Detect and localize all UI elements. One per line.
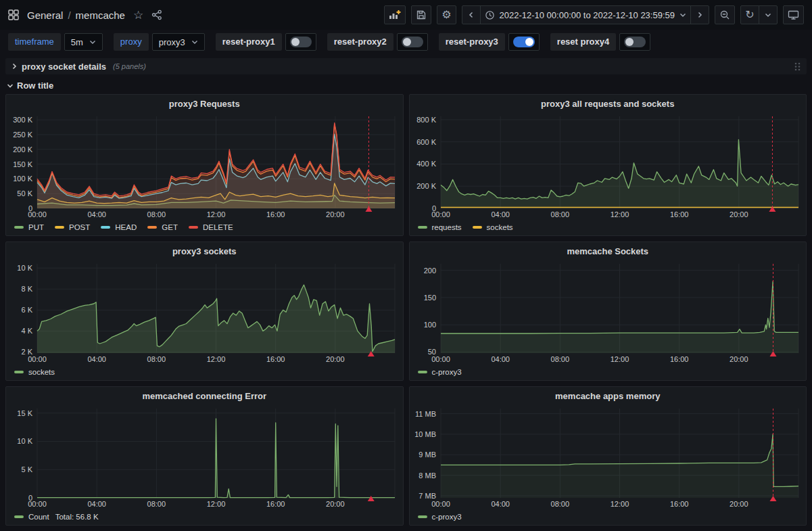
legend-total: Total: 56.8 K [55, 513, 99, 521]
variable-select-proxy[interactable]: proxy3 [152, 33, 205, 51]
panel-title[interactable]: memcache Sockets [410, 242, 807, 260]
x-tick-label: 08:00 [147, 355, 166, 363]
gear-icon: ⚙ [441, 9, 451, 20]
legend: sockets [6, 364, 403, 380]
switch [624, 37, 646, 47]
variable-value: 5m [71, 37, 83, 47]
variable-label-proxy: proxy [114, 33, 149, 51]
graph-canvas[interactable]: 2 K4 K6 K8 K10 K00:0004:0008:0012:0016:0… [6, 260, 403, 364]
legend-item-requests[interactable]: requests [418, 223, 462, 231]
x-tick-label: 04:00 [491, 210, 510, 218]
variable-reset-proxy4: reset proxy4 [550, 33, 650, 51]
legend-item-Count[interactable]: CountTotal: 56.8 K [14, 513, 99, 521]
legend-item-sockets[interactable]: sockets [473, 223, 513, 231]
time-range-button[interactable]: 2022-12-10 00:00:00 to 2022-12-10 23:59:… [480, 5, 692, 24]
toggle-reset-proxy1[interactable] [285, 33, 316, 51]
legend-item-DELETE[interactable]: DELETE [189, 223, 233, 231]
graph-canvas[interactable]: 5010015020000:0004:0008:0012:0016:0020:0… [410, 260, 807, 364]
variable-label: reset proxy4 [550, 33, 616, 51]
refresh-group: ↻ [740, 5, 778, 24]
x-tick-label: 12:00 [610, 355, 629, 363]
cycle-view-mode-button[interactable] [783, 5, 804, 24]
x-tick-label: 00:00 [28, 500, 47, 508]
time-range-text: 2022-12-10 00:00:00 to 2022-12-10 23:59:… [500, 10, 675, 20]
legend-swatch [418, 226, 427, 229]
variable-select-timeframe[interactable]: 5m [64, 33, 103, 51]
breadcrumb-folder[interactable]: General [27, 9, 63, 21]
legend-swatch [101, 226, 110, 229]
graph-canvas[interactable]: 050 K100 K150 K200 K250 K300 K00:0004:00… [6, 112, 403, 219]
graph-canvas[interactable]: 05 K10 K15 K00:0004:0008:0012:0016:0020:… [6, 405, 403, 509]
panel-proxy3-all-requests-and-sockets: proxy3 all requests and sockets 0200 K40… [409, 94, 807, 236]
toggle-reset-proxy3[interactable] [508, 33, 540, 51]
save-dashboard-button[interactable] [411, 5, 431, 24]
panel-title[interactable]: proxy3 Requests [6, 95, 403, 112]
monitor-icon [788, 9, 799, 20]
variable-value: proxy3 [159, 37, 185, 47]
legend-item-sockets[interactable]: sockets [14, 368, 55, 376]
graph-canvas[interactable]: 7 MB8 MB9 MB10 MB11 MB00:0004:0008:0012:… [410, 405, 807, 509]
dashboard-settings-button[interactable]: ⚙ [437, 5, 456, 24]
x-tick-label: 16:00 [266, 355, 285, 363]
y-tick-label: 100 K [13, 175, 32, 183]
x-tick-label: 16:00 [669, 355, 688, 363]
legend-item-c-proxy3[interactable]: c-proxy3 [418, 368, 462, 376]
panel-title[interactable]: memcached connecting Error [6, 387, 403, 405]
panel-title[interactable]: memcache apps memory [410, 387, 807, 405]
row-row-title[interactable]: Row title [7, 80, 807, 91]
time-forward-button[interactable] [690, 5, 709, 24]
panel-title[interactable]: proxy3 sockets [6, 242, 403, 260]
chevron-down-icon [89, 39, 96, 45]
legend-label: Count [28, 513, 49, 521]
refresh-button[interactable]: ↻ [740, 5, 759, 24]
x-tick-label: 00:00 [431, 355, 450, 363]
legend-item-c-proxy3[interactable]: c-proxy3 [418, 513, 462, 521]
graph-canvas[interactable]: 0200 K400 K600 K800 K00:0004:0008:0012:0… [410, 112, 807, 219]
y-tick-label: 10 K [17, 437, 32, 445]
row-drag-handle-icon[interactable] [794, 62, 801, 72]
refresh-interval-dropdown[interactable] [759, 5, 778, 24]
x-tick-label: 16:00 [266, 500, 285, 508]
switch [513, 37, 535, 47]
breadcrumb-dashboard[interactable]: memcache [76, 9, 125, 21]
zoom-out-button[interactable] [715, 5, 735, 24]
y-tick-label: 9 MB [419, 451, 436, 459]
add-panel-button[interactable] [384, 5, 406, 24]
time-back-button[interactable] [462, 5, 481, 24]
variable-timeframe: timeframe 5m [8, 33, 103, 51]
legend-swatch [473, 226, 482, 229]
chevron-down-icon [679, 11, 686, 18]
x-tick-label: 04:00 [491, 355, 510, 363]
legend-label: c-proxy3 [432, 513, 462, 521]
share-icon[interactable] [151, 9, 162, 20]
panel-title[interactable]: proxy3 all requests and sockets [410, 95, 807, 112]
top-navbar: General / memcache ☆ ⚙ [0, 0, 812, 30]
row-title: Row title [17, 80, 53, 91]
legend-label: HEAD [115, 223, 137, 231]
breadcrumb[interactable]: General / memcache [27, 9, 125, 21]
chevron-down-icon [7, 83, 14, 89]
y-tick-label: 11 MB [415, 410, 436, 418]
y-tick-label: 8 MB [419, 471, 436, 480]
legend-swatch [55, 226, 64, 229]
toggle-reset-proxy4[interactable] [619, 33, 650, 51]
x-tick-label: 20:00 [730, 355, 748, 363]
apps-grid-icon[interactable] [8, 9, 19, 20]
legend-item-GET[interactable]: GET [147, 223, 178, 231]
x-tick-label: 20:00 [730, 210, 748, 218]
panel-proxy3-sockets: proxy3 sockets 2 K4 K6 K8 K10 K00:0004:0… [5, 241, 404, 381]
x-tick-label: 08:00 [550, 210, 569, 218]
toggle-reset-proxy2[interactable] [397, 33, 428, 51]
legend: PUTPOSTHEADGETDELETE [6, 219, 403, 235]
annotation-marker-icon [368, 496, 375, 501]
row-proxy-socket-details[interactable]: proxy socket details (5 panels) [5, 58, 807, 74]
x-tick-label: 16:00 [266, 210, 285, 218]
x-tick-label: 20:00 [326, 500, 345, 508]
x-tick-label: 20:00 [730, 500, 748, 508]
legend: c-proxy3 [410, 509, 807, 525]
star-icon[interactable]: ☆ [133, 9, 143, 21]
legend-item-PUT[interactable]: PUT [14, 223, 44, 231]
legend-item-POST[interactable]: POST [55, 223, 90, 231]
legend-item-HEAD[interactable]: HEAD [101, 223, 137, 231]
x-tick-label: 04:00 [87, 500, 106, 508]
